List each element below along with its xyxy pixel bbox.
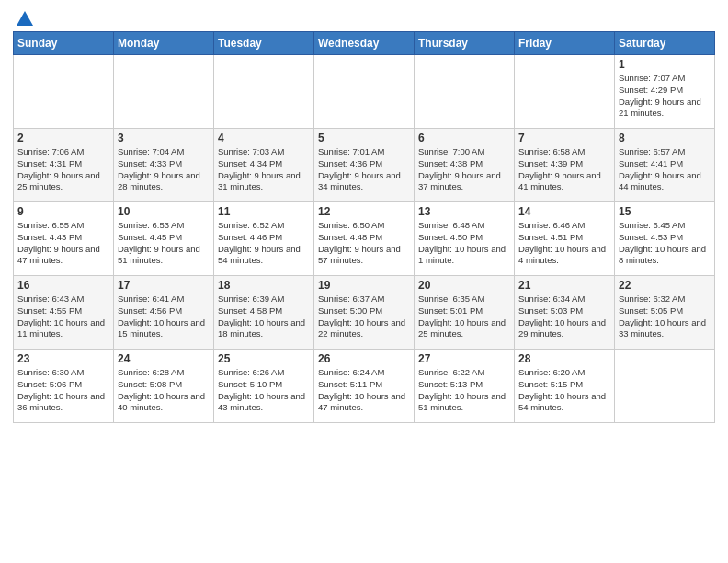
day-number: 20 bbox=[418, 279, 510, 292]
calendar-day-cell: 6Sunrise: 7:00 AM Sunset: 4:38 PM Daylig… bbox=[415, 129, 515, 202]
logo bbox=[13, 9, 37, 26]
day-info: Sunrise: 6:50 AM Sunset: 4:48 PM Dayligh… bbox=[318, 220, 410, 267]
logo-icon bbox=[15, 9, 35, 29]
day-number: 12 bbox=[318, 205, 410, 218]
calendar-day-cell: 28Sunrise: 6:20 AM Sunset: 5:15 PM Dayli… bbox=[515, 350, 615, 423]
calendar-day-cell: 12Sunrise: 6:50 AM Sunset: 4:48 PM Dayli… bbox=[314, 202, 415, 276]
calendar-day-cell: 22Sunrise: 6:32 AM Sunset: 5:05 PM Dayli… bbox=[615, 276, 715, 350]
calendar-day-header: Monday bbox=[114, 32, 214, 55]
calendar-day-cell: 14Sunrise: 6:46 AM Sunset: 4:51 PM Dayli… bbox=[515, 202, 615, 276]
calendar-day-cell: 17Sunrise: 6:41 AM Sunset: 4:56 PM Dayli… bbox=[114, 276, 214, 350]
day-number: 5 bbox=[318, 132, 410, 144]
calendar-day-cell: 2Sunrise: 7:06 AM Sunset: 4:31 PM Daylig… bbox=[14, 129, 114, 202]
calendar-week-row: 9Sunrise: 6:55 AM Sunset: 4:43 PM Daylig… bbox=[14, 202, 715, 276]
day-info: Sunrise: 7:04 AM Sunset: 4:33 PM Dayligh… bbox=[118, 146, 210, 193]
day-info: Sunrise: 7:06 AM Sunset: 4:31 PM Dayligh… bbox=[17, 146, 109, 193]
calendar-day-cell: 15Sunrise: 6:45 AM Sunset: 4:53 PM Dayli… bbox=[615, 202, 715, 276]
calendar-day-cell bbox=[214, 55, 314, 129]
day-number: 18 bbox=[218, 279, 310, 292]
day-number: 2 bbox=[17, 132, 109, 144]
calendar-day-cell: 25Sunrise: 6:26 AM Sunset: 5:10 PM Dayli… bbox=[214, 350, 314, 423]
calendar-week-row: 16Sunrise: 6:43 AM Sunset: 4:55 PM Dayli… bbox=[14, 276, 715, 350]
day-number: 17 bbox=[118, 279, 210, 292]
calendar-table: SundayMondayTuesdayWednesdayThursdayFrid… bbox=[13, 31, 715, 423]
calendar-day-header: Sunday bbox=[14, 32, 114, 55]
day-info: Sunrise: 6:53 AM Sunset: 4:45 PM Dayligh… bbox=[118, 220, 210, 267]
calendar-week-row: 1Sunrise: 7:07 AM Sunset: 4:29 PM Daylig… bbox=[14, 55, 715, 129]
day-info: Sunrise: 6:43 AM Sunset: 4:55 PM Dayligh… bbox=[17, 293, 109, 340]
calendar-day-cell: 3Sunrise: 7:04 AM Sunset: 4:33 PM Daylig… bbox=[114, 129, 214, 202]
calendar-day-cell: 4Sunrise: 7:03 AM Sunset: 4:34 PM Daylig… bbox=[214, 129, 314, 202]
day-info: Sunrise: 6:52 AM Sunset: 4:46 PM Dayligh… bbox=[218, 220, 310, 267]
svg-marker-0 bbox=[17, 11, 33, 26]
calendar-day-cell: 23Sunrise: 6:30 AM Sunset: 5:06 PM Dayli… bbox=[14, 350, 114, 423]
calendar-day-cell bbox=[314, 55, 415, 129]
day-info: Sunrise: 6:55 AM Sunset: 4:43 PM Dayligh… bbox=[17, 220, 109, 267]
day-info: Sunrise: 6:48 AM Sunset: 4:50 PM Dayligh… bbox=[418, 220, 510, 267]
day-number: 19 bbox=[318, 279, 410, 292]
calendar-day-cell: 1Sunrise: 7:07 AM Sunset: 4:29 PM Daylig… bbox=[615, 55, 715, 129]
day-number: 25 bbox=[218, 352, 310, 365]
day-number: 3 bbox=[118, 132, 210, 144]
day-number: 8 bbox=[619, 132, 711, 144]
calendar-day-cell: 26Sunrise: 6:24 AM Sunset: 5:11 PM Dayli… bbox=[314, 350, 415, 423]
calendar-day-cell: 9Sunrise: 6:55 AM Sunset: 4:43 PM Daylig… bbox=[14, 202, 114, 276]
calendar-day-cell: 13Sunrise: 6:48 AM Sunset: 4:50 PM Dayli… bbox=[415, 202, 515, 276]
day-number: 16 bbox=[17, 279, 109, 292]
calendar-week-row: 23Sunrise: 6:30 AM Sunset: 5:06 PM Dayli… bbox=[14, 350, 715, 423]
day-info: Sunrise: 6:28 AM Sunset: 5:08 PM Dayligh… bbox=[118, 367, 210, 414]
calendar-day-cell: 21Sunrise: 6:34 AM Sunset: 5:03 PM Dayli… bbox=[515, 276, 615, 350]
day-info: Sunrise: 6:58 AM Sunset: 4:39 PM Dayligh… bbox=[518, 146, 610, 193]
day-number: 27 bbox=[418, 352, 510, 365]
day-number: 14 bbox=[518, 205, 610, 218]
day-number: 21 bbox=[518, 279, 610, 292]
day-info: Sunrise: 7:00 AM Sunset: 4:38 PM Dayligh… bbox=[418, 146, 510, 193]
day-number: 9 bbox=[17, 205, 109, 218]
day-info: Sunrise: 6:30 AM Sunset: 5:06 PM Dayligh… bbox=[17, 367, 109, 414]
day-info: Sunrise: 6:24 AM Sunset: 5:11 PM Dayligh… bbox=[318, 367, 410, 414]
day-info: Sunrise: 6:22 AM Sunset: 5:13 PM Dayligh… bbox=[418, 367, 510, 414]
calendar-day-cell bbox=[415, 55, 515, 129]
day-info: Sunrise: 6:32 AM Sunset: 5:05 PM Dayligh… bbox=[619, 293, 711, 340]
header bbox=[13, 9, 715, 26]
calendar-day-header: Thursday bbox=[415, 32, 515, 55]
day-info: Sunrise: 7:01 AM Sunset: 4:36 PM Dayligh… bbox=[318, 146, 410, 193]
day-number: 10 bbox=[118, 205, 210, 218]
day-number: 22 bbox=[619, 279, 711, 292]
day-info: Sunrise: 6:57 AM Sunset: 4:41 PM Dayligh… bbox=[619, 146, 711, 193]
day-info: Sunrise: 7:07 AM Sunset: 4:29 PM Dayligh… bbox=[619, 73, 711, 120]
calendar-day-cell: 16Sunrise: 6:43 AM Sunset: 4:55 PM Dayli… bbox=[14, 276, 114, 350]
calendar-day-cell: 5Sunrise: 7:01 AM Sunset: 4:36 PM Daylig… bbox=[314, 129, 415, 202]
calendar-day-header: Wednesday bbox=[314, 32, 415, 55]
day-number: 1 bbox=[619, 58, 711, 71]
day-number: 7 bbox=[518, 132, 610, 144]
day-number: 13 bbox=[418, 205, 510, 218]
calendar-day-cell: 10Sunrise: 6:53 AM Sunset: 4:45 PM Dayli… bbox=[114, 202, 214, 276]
day-number: 15 bbox=[619, 205, 711, 218]
day-number: 4 bbox=[218, 132, 310, 144]
day-info: Sunrise: 6:45 AM Sunset: 4:53 PM Dayligh… bbox=[619, 220, 711, 267]
day-info: Sunrise: 7:03 AM Sunset: 4:34 PM Dayligh… bbox=[218, 146, 310, 193]
day-info: Sunrise: 6:34 AM Sunset: 5:03 PM Dayligh… bbox=[518, 293, 610, 340]
day-number: 24 bbox=[118, 352, 210, 365]
calendar-day-cell bbox=[515, 55, 615, 129]
day-number: 11 bbox=[218, 205, 310, 218]
calendar-day-cell: 11Sunrise: 6:52 AM Sunset: 4:46 PM Dayli… bbox=[214, 202, 314, 276]
calendar-header-row: SundayMondayTuesdayWednesdayThursdayFrid… bbox=[14, 32, 715, 55]
calendar-day-header: Friday bbox=[515, 32, 615, 55]
day-info: Sunrise: 6:41 AM Sunset: 4:56 PM Dayligh… bbox=[118, 293, 210, 340]
calendar-day-cell: 18Sunrise: 6:39 AM Sunset: 4:58 PM Dayli… bbox=[214, 276, 314, 350]
calendar-day-cell: 20Sunrise: 6:35 AM Sunset: 5:01 PM Dayli… bbox=[415, 276, 515, 350]
calendar-day-cell bbox=[114, 55, 214, 129]
calendar-day-cell: 8Sunrise: 6:57 AM Sunset: 4:41 PM Daylig… bbox=[615, 129, 715, 202]
calendar-day-cell: 19Sunrise: 6:37 AM Sunset: 5:00 PM Dayli… bbox=[314, 276, 415, 350]
calendar-day-header: Saturday bbox=[615, 32, 715, 55]
calendar-day-cell: 27Sunrise: 6:22 AM Sunset: 5:13 PM Dayli… bbox=[415, 350, 515, 423]
day-info: Sunrise: 6:35 AM Sunset: 5:01 PM Dayligh… bbox=[418, 293, 510, 340]
day-info: Sunrise: 6:39 AM Sunset: 4:58 PM Dayligh… bbox=[218, 293, 310, 340]
day-number: 6 bbox=[418, 132, 510, 144]
calendar-week-row: 2Sunrise: 7:06 AM Sunset: 4:31 PM Daylig… bbox=[14, 129, 715, 202]
day-number: 23 bbox=[17, 352, 109, 365]
page: SundayMondayTuesdayWednesdayThursdayFrid… bbox=[0, 0, 728, 563]
day-info: Sunrise: 6:37 AM Sunset: 5:00 PM Dayligh… bbox=[318, 293, 410, 340]
